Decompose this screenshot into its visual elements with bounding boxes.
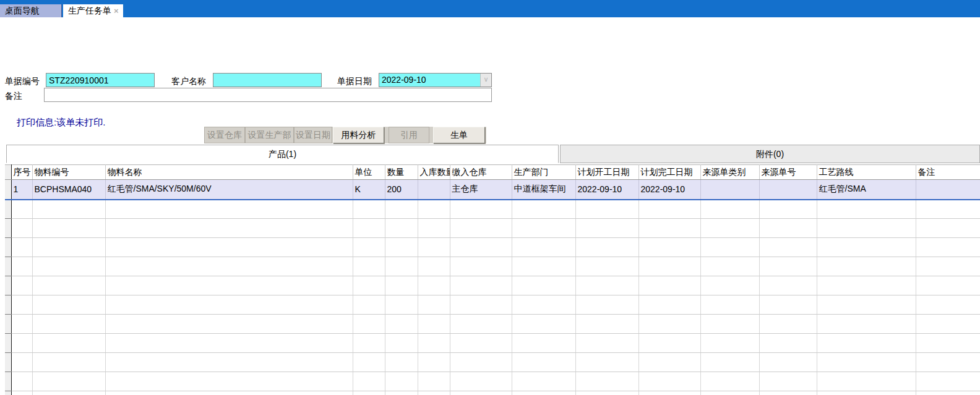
col-material-name: 物料名称	[105, 165, 353, 180]
table-row-empty	[5, 219, 980, 238]
cell-qty[interactable]: 200	[385, 180, 418, 200]
table-row-empty	[5, 334, 980, 353]
detail-grid: 序号 物料编号 物料名称 单位 数量 入库数量 缴入仓库 生产部门 计划开工日期…	[5, 164, 980, 395]
material-analysis-button[interactable]: 用料分析	[333, 127, 384, 143]
header-row: 序号 物料编号 物料名称 单位 数量 入库数量 缴入仓库 生产部门 计划开工日期…	[5, 165, 980, 180]
table-row-empty	[5, 315, 980, 334]
reference-button: 引用	[389, 127, 429, 143]
row-indicator	[5, 238, 11, 257]
tab-desktop-navigation[interactable]: 桌面导航	[0, 4, 62, 17]
col-qty: 数量	[385, 165, 418, 180]
row-indicator	[5, 257, 11, 276]
table-row-empty	[5, 238, 980, 257]
row-indicator	[5, 295, 11, 315]
row-indicator	[5, 200, 11, 219]
row-indicator	[5, 353, 11, 372]
customer-input[interactable]	[213, 73, 322, 87]
tab-products[interactable]: 产品(1)	[6, 145, 559, 163]
close-icon[interactable]: ×	[114, 4, 119, 17]
grid-body: 1 BCPHSMA040 红毛管/SMA/SKY/50M/60V K 200 主…	[5, 180, 980, 395]
col-deliver-warehouse: 缴入仓库	[450, 165, 512, 180]
table-row-empty	[5, 295, 980, 315]
table-row-empty	[5, 200, 980, 219]
print-status-text: 打印信息:该单未打印.	[17, 117, 105, 129]
chevron-down-icon[interactable]: ∨	[480, 74, 491, 87]
table-row-empty	[5, 276, 980, 295]
tab-attachments[interactable]: 附件(0)	[560, 145, 980, 163]
row-indicator	[5, 334, 11, 353]
date-combobox[interactable]: 2022-09-10 ∨	[379, 73, 492, 87]
table-row-empty	[5, 372, 980, 391]
toolbar: 设置仓库 设置生产部 设置日期 用料分析 引用 生单	[204, 127, 486, 143]
col-process-route: 工艺路线	[817, 165, 916, 180]
row-indicator	[5, 276, 11, 295]
cell-source-order-type[interactable]	[700, 180, 759, 200]
col-material-code: 物料编号	[32, 165, 105, 180]
cell-remark[interactable]	[916, 180, 980, 200]
cell-source-order-no[interactable]	[759, 180, 817, 200]
remark-input[interactable]	[44, 88, 492, 102]
cell-inbound-qty[interactable]	[418, 180, 450, 200]
col-inbound-qty: 入库数量	[418, 165, 450, 180]
cell-deliver-warehouse[interactable]: 主仓库	[450, 180, 512, 200]
row-indicator	[5, 219, 11, 238]
table-row-empty	[5, 353, 980, 372]
col-source-order-type: 来源单类别	[700, 165, 759, 180]
set-production-dept-button: 设置生产部	[245, 127, 294, 143]
set-date-button: 设置日期	[294, 127, 332, 143]
tab-label: 生产任务单	[68, 6, 111, 15]
row-indicator	[5, 391, 11, 395]
row-indicator	[5, 315, 11, 334]
col-plan-start-date: 计划开工日期	[575, 165, 638, 180]
cell-seq[interactable]: 1	[11, 180, 32, 200]
table-row-empty	[5, 391, 980, 395]
cell-process-route[interactable]: 红毛管/SMA	[817, 180, 916, 200]
doc-no-input[interactable]	[46, 73, 155, 87]
cell-material-code[interactable]: BCPHSMA040	[32, 180, 105, 200]
row-indicator	[5, 372, 11, 391]
tab-label: 桌面导航	[5, 6, 40, 15]
cell-unit[interactable]: K	[353, 180, 385, 200]
doc-no-label: 单据编号	[5, 75, 40, 87]
customer-label: 客户名称	[171, 75, 206, 87]
window-tabbar: 桌面导航 生产任务单×	[0, 0, 980, 17]
col-unit: 单位	[353, 165, 385, 180]
row-indicator-header	[5, 165, 11, 180]
production-task-order-screen: 桌面导航 生产任务单× 单据编号 客户名称 单据日期 2022-09-10 ∨ …	[0, 0, 980, 395]
col-plan-finish-date: 计划完工日期	[638, 165, 700, 180]
cell-plan-start-date[interactable]: 2022-09-10	[575, 180, 638, 200]
date-label: 单据日期	[337, 75, 372, 87]
generate-order-button[interactable]: 生单	[433, 127, 485, 143]
cell-production-dept[interactable]: 中道框架车间	[512, 180, 575, 200]
col-seq: 序号	[11, 165, 32, 180]
tab-production-task-order[interactable]: 生产任务单×	[63, 4, 123, 17]
table-row-empty	[5, 257, 980, 276]
table-row-selected[interactable]: 1 BCPHSMA040 红毛管/SMA/SKY/50M/60V K 200 主…	[5, 180, 980, 200]
col-production-dept: 生产部门	[512, 165, 575, 180]
col-remark: 备注	[916, 165, 980, 180]
row-indicator	[5, 180, 11, 200]
remark-label: 备注	[5, 90, 22, 101]
cell-material-name[interactable]: 红毛管/SMA/SKY/50M/60V	[105, 180, 353, 200]
col-source-order-no: 来源单号	[759, 165, 817, 180]
set-warehouse-button: 设置仓库	[204, 127, 245, 143]
date-value: 2022-09-10	[382, 74, 426, 87]
cell-plan-finish-date[interactable]: 2022-09-10	[638, 180, 700, 200]
